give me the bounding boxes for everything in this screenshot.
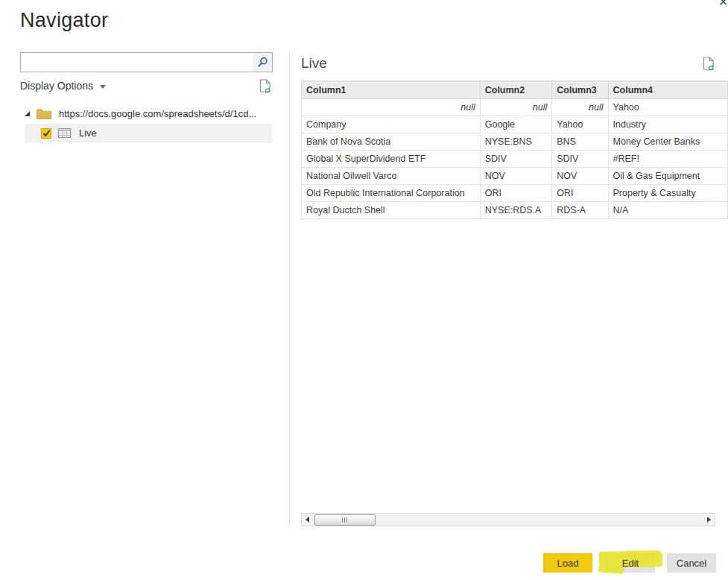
display-options-row: Display Options — [20, 79, 273, 97]
table-cell: null — [480, 99, 552, 116]
table-cell: ORI — [552, 185, 608, 202]
table-cell: Company — [302, 116, 481, 133]
table-cell: Industry — [608, 116, 727, 133]
tree-item-live[interactable]: Live — [25, 124, 272, 142]
preview-table: Column1Column2Column3Column4 nullnullnul… — [301, 81, 728, 219]
table-cell: Yahoo — [552, 116, 608, 133]
scroll-right-button[interactable] — [703, 514, 715, 526]
folder-icon — [37, 108, 51, 119]
tree-root-label: https://docs.google.com/spreadsheets/d/1… — [59, 108, 256, 119]
arrow-right-icon — [707, 517, 711, 523]
edit-button[interactable]: Edit — [606, 553, 655, 573]
load-button-label: Load — [557, 558, 579, 569]
table-cell: Money Center Banks — [608, 133, 727, 151]
table-cell: Old Republic International Corporation — [302, 185, 481, 202]
table-row: Global X SuperDividend ETFSDIVSDIV#REF! — [302, 151, 728, 168]
table-cell: Oil & Gas Equipment — [608, 168, 727, 185]
table-row: National Oilwell VarcoNOVNOVOil & Gas Eq… — [302, 168, 728, 185]
table-cell: Bank of Nova Scotia — [302, 133, 481, 151]
scrollbar-thumb[interactable] — [314, 514, 376, 526]
table-row: Royal Ductch ShellNYSE:RDS.ARDS-AN/A — [302, 202, 728, 219]
scroll-left-button[interactable] — [302, 514, 313, 526]
preview-table-head-row: Column1Column2Column3Column4 — [302, 81, 728, 99]
table-row: Old Republic International CorporationOR… — [302, 185, 728, 202]
page-title: Navigator — [20, 9, 108, 32]
table-cell: Royal Ductch Shell — [302, 202, 481, 219]
scrollbar-grip-icon — [342, 517, 348, 523]
cancel-button-label: Cancel — [677, 558, 706, 569]
pane-divider — [289, 52, 290, 527]
table-cell: National Oilwell Varco — [302, 168, 481, 185]
search-button[interactable] — [253, 53, 272, 72]
tree-item-label: Live — [79, 127, 97, 139]
table-cell: Property & Casualty — [608, 185, 727, 202]
refresh-source-icon[interactable] — [259, 79, 271, 94]
table-cell: ORI — [480, 185, 552, 202]
table-cell: SDIV — [480, 151, 552, 168]
table-row: CompanyGoogleYahooIndustry — [302, 116, 728, 133]
checkmark-icon — [42, 130, 51, 137]
table-row: Bank of Nova ScotiaNYSE:BNSBNSMoney Cent… — [302, 133, 728, 151]
column-header: Column2 — [480, 81, 552, 99]
close-icon[interactable]: ✕ — [718, 0, 728, 9]
table-cell: BNS — [552, 133, 608, 151]
edit-button-label: Edit — [622, 558, 639, 569]
tree-expanded-icon[interactable] — [25, 111, 30, 116]
table-cell: null — [552, 99, 608, 116]
tree-root-node[interactable]: https://docs.google.com/spreadsheets/d/1… — [20, 104, 273, 122]
table-cell: Yahoo — [608, 99, 727, 116]
cancel-button[interactable]: Cancel — [667, 553, 716, 573]
table-cell: Global X SuperDividend ETF — [302, 151, 481, 168]
chevron-down-icon — [100, 85, 106, 89]
table-cell: SDIV — [552, 151, 608, 168]
table-row: nullnullnullYahoo — [302, 99, 728, 116]
table-cell: NYSE:RDS.A — [480, 202, 552, 219]
table-cell: null — [302, 99, 481, 116]
table-cell: NOV — [480, 168, 552, 185]
display-options-dropdown[interactable]: Display Options — [20, 80, 106, 92]
column-header: Column3 — [552, 81, 608, 99]
table-cell: N/A — [608, 202, 727, 219]
display-options-label: Display Options — [20, 80, 93, 92]
table-cell: #REF! — [608, 151, 727, 168]
table-cell: NOV — [552, 168, 608, 185]
table-cell: RDS-A — [552, 202, 608, 219]
table-cell: Google — [480, 116, 552, 133]
table-icon — [58, 128, 71, 138]
column-header: Column4 — [608, 81, 727, 99]
search-box — [20, 52, 273, 72]
horizontal-scrollbar[interactable] — [301, 513, 715, 526]
load-button[interactable]: Load — [543, 553, 592, 573]
search-icon — [257, 57, 268, 68]
checkbox-checked[interactable] — [41, 128, 51, 139]
arrow-left-icon — [306, 517, 309, 523]
column-header: Column1 — [302, 81, 481, 99]
preview-title: Live — [301, 55, 327, 72]
preview-table-body: nullnullnullYahooCompanyGoogleYahooIndus… — [302, 99, 728, 219]
search-input[interactable] — [21, 53, 259, 72]
table-cell: NYSE:BNS — [480, 133, 552, 151]
refresh-preview-icon[interactable] — [702, 57, 715, 72]
